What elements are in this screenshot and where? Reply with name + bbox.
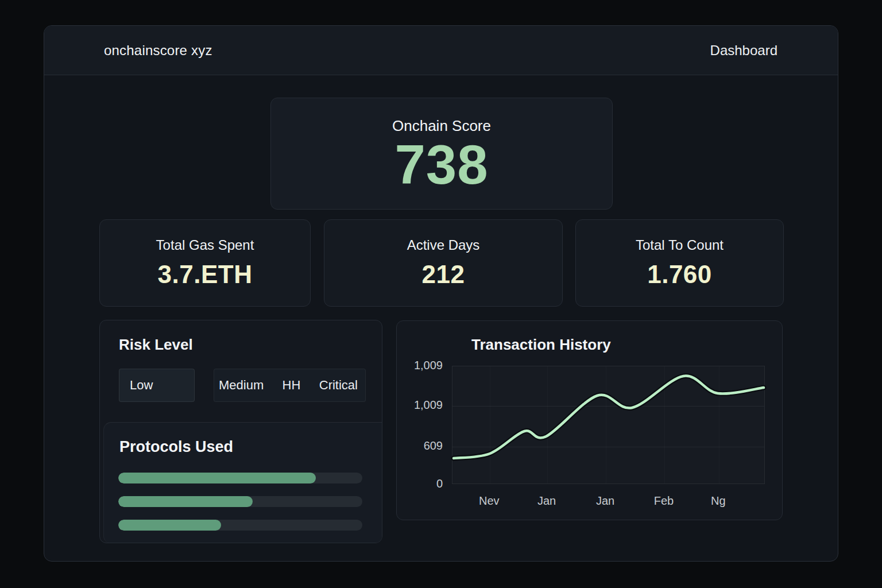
x-tick-label: Jan (524, 494, 570, 508)
protocols-used-title: Protocols Used (119, 438, 233, 456)
main-panel: onchainscore xyz Dashboard Onchain Score… (44, 25, 838, 562)
y-tick-label: 1,009 (397, 359, 443, 372)
stat-card-tx-count: Total To Count 1.760 (575, 219, 784, 307)
protocol-bars (118, 473, 362, 543)
stat-card-gas: Total Gas Spent 3.7.ETH (99, 219, 311, 307)
x-tick-label: Nev (466, 494, 512, 508)
protocol-bar-fill (118, 496, 253, 507)
protocol-bar-track (118, 496, 362, 507)
transaction-line-chart (452, 366, 765, 485)
y-tick-label: 0 (397, 477, 443, 490)
risk-chip-medium[interactable]: Medium (219, 378, 264, 393)
x-tick-label: Jan (582, 494, 628, 508)
onchain-score-value: 738 (271, 136, 612, 194)
stat-value: 212 (324, 260, 562, 289)
stat-value: 1.760 (576, 260, 783, 289)
chart-plot-area (452, 366, 765, 484)
chart-title: Transaction History (471, 336, 611, 354)
risk-chip-hh[interactable]: HH (283, 378, 301, 393)
risk-level-title: Risk Level (119, 336, 193, 354)
onchain-score-card: Onchain Score 738 (270, 98, 613, 210)
y-tick-label: 1,009 (397, 399, 443, 412)
stat-label: Active Days (324, 237, 562, 253)
risk-chip-group: MediumHHCritical (214, 369, 366, 402)
chart-line (454, 376, 764, 458)
transaction-history-card: Transaction History 1,0091,0096090 NevJa… (396, 320, 783, 520)
onchain-score-label: Onchain Score (271, 117, 612, 135)
risk-chip-low-label: Low (130, 378, 153, 393)
app-header: onchainscore xyz Dashboard (44, 26, 838, 75)
risk-chip-low[interactable]: Low (119, 369, 195, 402)
stat-label: Total To Count (576, 237, 783, 253)
protocol-bar-track (118, 473, 362, 483)
nav-dashboard[interactable]: Dashboard (710, 42, 777, 59)
x-tick-label: Feb (641, 494, 687, 508)
stat-card-active-days: Active Days 212 (324, 219, 563, 307)
protocol-bar-track (118, 520, 362, 531)
risk-level-card: Risk Level Low MediumHHCritical Protocol… (99, 320, 382, 543)
y-tick-label: 609 (397, 439, 443, 452)
protocol-bar-fill (118, 473, 316, 483)
app-title: onchainscore xyz (104, 42, 212, 59)
protocol-bar-fill (118, 520, 221, 531)
protocols-used-card: Protocols Used (103, 422, 382, 543)
stat-value: 3.7.ETH (100, 260, 310, 289)
risk-chip-critical[interactable]: Critical (319, 378, 358, 393)
x-tick-label: Ng (695, 494, 741, 508)
stat-label: Total Gas Spent (100, 237, 310, 253)
